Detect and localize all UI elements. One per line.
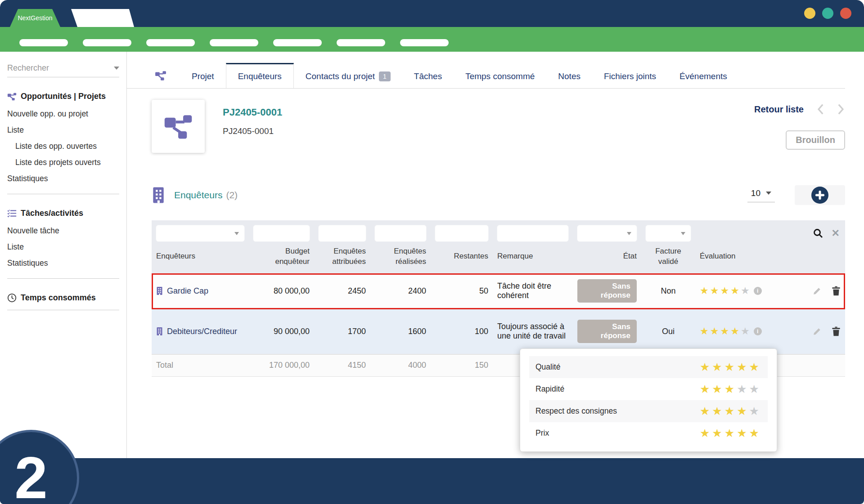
chevron-down-icon xyxy=(681,232,685,235)
search-icon[interactable] xyxy=(813,228,824,239)
chevron-right-icon[interactable] xyxy=(837,103,845,115)
cell-attribuees: 2450 xyxy=(314,282,370,300)
filter-remarque-input[interactable] xyxy=(497,225,569,242)
tab-evenements[interactable]: Événements xyxy=(668,63,739,88)
checklist-icon xyxy=(7,209,17,218)
column-header-realisees[interactable]: Enquêtes réalisées xyxy=(370,246,431,267)
clear-filters-icon[interactable]: ✕ xyxy=(832,228,840,238)
rating-stars[interactable]: ★★★★★ xyxy=(700,285,751,297)
table-column-headers: Enquêteurs Budget enquêteur Enquêtes att… xyxy=(152,242,845,273)
section-count: (2) xyxy=(226,190,238,201)
sidebar-item-liste-projets-ouverts[interactable]: Liste des projets ouverts xyxy=(7,154,119,170)
cell-remarque: Tâche doit être cohérent xyxy=(493,277,573,305)
column-header-enqueteurs[interactable]: Enquêteurs xyxy=(152,251,249,262)
tab-contacts-du-projet[interactable]: Contacts du projet 1 xyxy=(294,63,402,88)
sidebar: Opportunités | Projets Nouvelle opp. ou … xyxy=(0,52,127,458)
status-badge: Sans réponse xyxy=(577,320,637,343)
main-navbar xyxy=(0,27,864,52)
tab-notes[interactable]: Notes xyxy=(546,63,592,88)
tab-temps-consomme[interactable]: Temps consommé xyxy=(454,63,546,88)
tab-projet[interactable]: Projet xyxy=(180,63,226,88)
sidebar-item-liste-taches[interactable]: Liste xyxy=(7,239,119,255)
column-header-etat[interactable]: État xyxy=(573,251,641,262)
chevron-down-icon xyxy=(627,232,631,235)
info-icon[interactable] xyxy=(754,327,762,335)
rating-stars: ★★★★★ xyxy=(700,383,761,396)
nav-item-pill[interactable] xyxy=(83,39,131,46)
search-input[interactable] xyxy=(7,63,114,73)
building-icon xyxy=(156,286,163,295)
filter-attribuees-input[interactable] xyxy=(318,225,366,242)
filter-restantes-input[interactable] xyxy=(435,225,489,242)
edit-icon[interactable] xyxy=(812,286,822,296)
window-minimize-dot[interactable] xyxy=(804,8,815,19)
sidebar-items: Nouvelle opp. ou projet Liste Liste des … xyxy=(7,106,119,187)
rating-details-popup: Qualité ★★★★★ Rapidité ★★★★★ Respect des… xyxy=(520,348,777,452)
app-window: NextGestion xyxy=(0,0,864,504)
cell-budget: 90 000,00 xyxy=(249,322,314,341)
divider xyxy=(7,310,119,310)
column-header-attribuees[interactable]: Enquêtes attribuées xyxy=(314,246,370,267)
secondary-tab[interactable] xyxy=(71,9,134,27)
table-filter-row: ✕ xyxy=(152,225,845,242)
sidebar-section-opportunites[interactable]: Opportunités | Projets xyxy=(7,92,119,101)
divider xyxy=(7,278,119,279)
add-enqueteur-button[interactable] xyxy=(795,185,845,205)
column-header-facture[interactable]: Facture validé xyxy=(641,246,695,267)
sidebar-item-nouvelle-opp[interactable]: Nouvelle opp. ou projet xyxy=(7,106,119,122)
rating-stars: ★★★★★ xyxy=(700,427,761,440)
popup-row-rapidite: Rapidité ★★★★★ xyxy=(529,378,768,400)
tab-taches[interactable]: Tâches xyxy=(402,63,454,88)
total-budget: 170 000,00 xyxy=(249,356,314,375)
window-controls xyxy=(804,8,851,19)
org-chart-icon xyxy=(163,112,193,141)
cell-facture-validee: Oui xyxy=(641,322,695,341)
info-icon[interactable] xyxy=(754,287,762,295)
building-icon xyxy=(156,327,163,336)
nav-item-pill[interactable] xyxy=(400,39,449,46)
contacts-count-badge: 1 xyxy=(379,71,391,81)
column-header-restantes[interactable]: Restantes xyxy=(431,251,493,262)
sidebar-item-statistiques[interactable]: Statistiques xyxy=(7,170,119,187)
cell-realisees: 2400 xyxy=(370,282,431,300)
delete-icon[interactable] xyxy=(832,286,841,296)
column-header-budget[interactable]: Budget enquêteur xyxy=(249,246,314,267)
nav-menu-placeholders xyxy=(0,27,864,46)
column-header-evaluation[interactable]: Évaluation xyxy=(695,251,788,262)
sidebar-section-temps[interactable]: Temps consommés xyxy=(7,293,119,303)
tab-fichiers-joints[interactable]: Fichiers joints xyxy=(592,63,668,88)
nav-item-pill[interactable] xyxy=(210,39,258,46)
enqueteur-link[interactable]: Gardie Cap xyxy=(167,286,208,296)
sidebar-section-taches[interactable]: Tâches/activités xyxy=(7,209,119,218)
sidebar-item-liste-opp-ouvertes[interactable]: Liste des opp. ouvertes xyxy=(7,138,119,154)
window-close-dot[interactable] xyxy=(840,8,851,19)
filter-enqueteurs-select[interactable] xyxy=(156,225,245,242)
nav-item-pill[interactable] xyxy=(273,39,322,46)
delete-icon[interactable] xyxy=(832,326,841,336)
sidebar-item-nouvelle-tache[interactable]: Nouvelle tâche xyxy=(7,223,119,239)
back-to-list-link[interactable]: Retour liste xyxy=(754,104,804,115)
sidebar-item-statistiques-taches[interactable]: Statistiques xyxy=(7,255,119,271)
page-size-select[interactable]: 10 xyxy=(747,188,775,202)
filter-budget-input[interactable] xyxy=(253,225,310,242)
nav-item-pill[interactable] xyxy=(19,39,68,46)
filter-realisees-input[interactable] xyxy=(374,225,427,242)
window-maximize-dot[interactable] xyxy=(822,8,833,19)
rating-stars[interactable]: ★★★★★ xyxy=(700,326,751,337)
total-label: Total xyxy=(152,356,249,375)
column-header-remarque[interactable]: Remarque xyxy=(493,251,573,262)
enqueteur-link[interactable]: Debiteurs/Crediteur xyxy=(167,327,237,336)
nav-item-pill[interactable] xyxy=(337,39,385,46)
footer-band xyxy=(0,458,864,504)
divider xyxy=(7,194,119,194)
status-badge-brouillon[interactable]: Brouillon xyxy=(786,130,845,150)
main-panel: Projet Enquêteurs Contacts du projet 1 T… xyxy=(127,52,864,458)
enqueteurs-section-header: Enquêteurs (2) 10 xyxy=(152,184,845,206)
nav-item-pill[interactable] xyxy=(146,39,195,46)
sidebar-item-liste[interactable]: Liste xyxy=(7,122,119,138)
project-code: PJ2405-0001 xyxy=(223,107,282,118)
tab-enqueteurs[interactable]: Enquêteurs xyxy=(226,63,294,88)
chevron-down-icon[interactable] xyxy=(114,67,119,70)
chevron-left-icon[interactable] xyxy=(816,103,824,115)
edit-icon[interactable] xyxy=(812,327,822,336)
